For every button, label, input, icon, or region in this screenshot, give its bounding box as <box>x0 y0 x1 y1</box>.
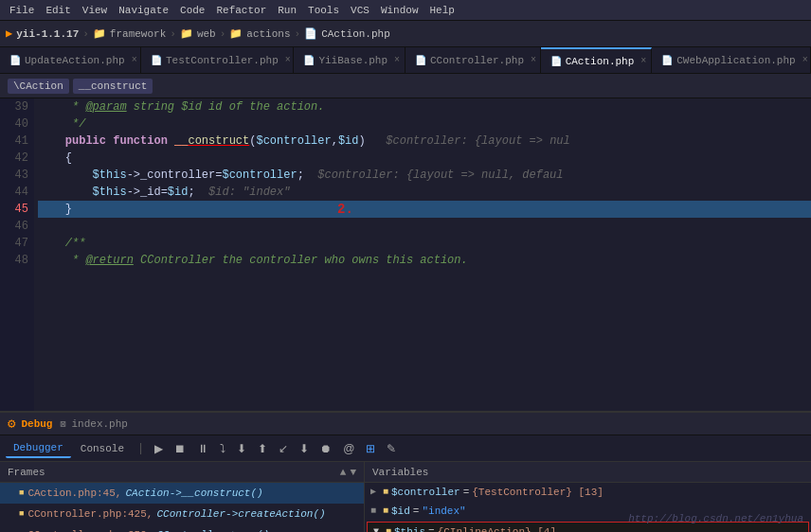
code-line-45: } 2. <box>38 201 811 218</box>
debug-at-btn[interactable]: @ <box>338 440 359 457</box>
menu-code[interactable]: Code <box>174 5 210 16</box>
frames-header: Frames ▲ ▼ <box>0 462 364 483</box>
debug-step-into-btn[interactable]: ⬇ <box>232 440 251 457</box>
var-controller[interactable]: ▶ ■ $controller = {TestController} [13] <box>365 483 811 502</box>
tab-ccontroller[interactable]: 📄 CController.php × <box>406 47 541 73</box>
title-framework[interactable]: framework <box>110 28 166 40</box>
title-caction[interactable]: CAction.php <box>321 28 390 40</box>
debug-pause-btn[interactable]: ⏸ <box>192 440 213 457</box>
title-actions[interactable]: actions <box>246 28 290 40</box>
title-sep3: › <box>220 28 226 40</box>
code-line-48: * @return CController the controller who… <box>38 252 811 269</box>
frame-item-2[interactable]: ■ CController.php:259, CController->run(… <box>0 524 364 532</box>
tab-yiibase[interactable]: 📄 YiiBase.php × <box>294 47 406 73</box>
frame-item-0[interactable]: ■ CAction.php:45, CAction->__construct() <box>0 483 364 504</box>
tab-console[interactable]: Console <box>73 440 132 457</box>
title-bar: ▶ yii-1.1.17 › 📁 framework › 📁 web › 📁 a… <box>0 21 811 47</box>
debug-body: Frames ▲ ▼ ■ CAction.php:45, CAction->__… <box>0 462 811 532</box>
code-line-41: public function __construct($controller,… <box>38 133 811 150</box>
title-web[interactable]: web <box>197 28 216 40</box>
debug-file: index.php <box>71 418 127 430</box>
breadcrumb: \CAction __construct <box>0 74 811 98</box>
expand-icon-2: ▼ <box>373 524 383 532</box>
var-icon-2: ■ <box>386 524 391 532</box>
menu-navigate[interactable]: Navigate <box>113 5 174 16</box>
menu-vcs[interactable]: VCS <box>345 5 375 16</box>
line-numbers: 39 40 41 42 43 44 45 46 47 48 <box>0 98 34 411</box>
var-icon-1: ■ <box>383 504 388 519</box>
tab-icon: 📄 <box>550 56 562 67</box>
frames-down-icon[interactable]: ▼ <box>350 467 356 478</box>
tab-icon: 📄 <box>151 55 162 66</box>
code-line-42: { <box>38 150 811 167</box>
vars-title: Variables <box>372 467 428 478</box>
frame-item-1[interactable]: ■ CController.php:425, CController->crea… <box>0 504 364 524</box>
frame-icon-2: ■ <box>19 527 24 532</box>
menu-help[interactable]: Help <box>424 5 460 16</box>
debug-icon: ⚙ <box>8 416 15 432</box>
expand-icon-1: ■ <box>370 504 380 519</box>
debug-run-cursor-btn[interactable]: ↙ <box>274 440 293 457</box>
frames-title: Frames <box>8 467 45 478</box>
menu-window[interactable]: Window <box>375 5 424 16</box>
tab-close-3[interactable]: × <box>531 55 536 65</box>
bc-construct[interactable]: __construct <box>73 79 153 94</box>
debug-watch-btn[interactable]: ⏺ <box>315 440 336 457</box>
frame-icon-1: ■ <box>19 506 24 522</box>
variables-panel: Variables ▶ ■ $controller = {TestControl… <box>365 462 811 532</box>
tab-close-5[interactable]: × <box>802 55 808 65</box>
folder-icon2: 📁 <box>180 27 193 40</box>
var-this[interactable]: ▼ ■ $this = {CInlineAction} [4] <box>368 523 808 532</box>
tab-close-0[interactable]: × <box>132 55 137 65</box>
frame-icon-0: ■ <box>19 486 24 501</box>
tab-icon: 📄 <box>303 55 315 66</box>
frames-up-icon[interactable]: ▲ <box>340 467 347 478</box>
code-line-40: */ <box>38 115 811 133</box>
debug-grid-btn[interactable]: ⊞ <box>361 440 380 457</box>
menu-refactor[interactable]: Refactor <box>210 5 272 16</box>
frames-list: ■ CAction.php:45, CAction->__construct()… <box>0 483 364 532</box>
tab-close-1[interactable]: × <box>285 55 291 65</box>
debug-title: Debug <box>21 418 52 430</box>
frames-panel: Frames ▲ ▼ ■ CAction.php:45, CAction->__… <box>0 462 365 532</box>
menu-bar: File Edit View Navigate Code Refactor Ru… <box>0 0 811 21</box>
var-icon-0: ■ <box>383 485 388 500</box>
menu-file[interactable]: File <box>4 5 40 16</box>
code-line-44: $this->_id=$id; $id: "index" <box>38 184 811 201</box>
tab-icon: 📄 <box>661 55 673 66</box>
debug-stop-btn[interactable]: ⏹ <box>170 440 190 457</box>
tab-close-4[interactable]: × <box>640 56 646 66</box>
tab-icon: 📄 <box>415 55 426 66</box>
code-line-46 <box>38 218 811 235</box>
tab-caction[interactable]: 📄 CAction.php × <box>541 47 653 73</box>
debug-step-over-btn[interactable]: ⤵ <box>215 440 230 457</box>
bc-caction[interactable]: \CAction <box>8 79 69 94</box>
tab-close-2[interactable]: × <box>394 55 400 65</box>
menu-view[interactable]: View <box>77 5 113 16</box>
title-sep2: › <box>170 28 176 40</box>
folder-icon3: 📁 <box>229 27 243 40</box>
tab-icon: 📄 <box>9 55 21 66</box>
tab-cwebapplication[interactable]: 📄 CWebApplication.php × <box>652 47 811 73</box>
debug-step-out-btn[interactable]: ⬆ <box>253 440 272 457</box>
tab-debugger[interactable]: Debugger <box>6 439 71 458</box>
menu-edit[interactable]: Edit <box>40 5 76 16</box>
menu-run[interactable]: Run <box>272 5 302 16</box>
code-content: * @param string $id id of the action. */… <box>34 98 811 411</box>
code-line-43: $this->_controller=$controller; $control… <box>38 167 811 184</box>
debug-header: ⚙ Debug ⊠ index.php <box>0 413 811 435</box>
vars-list: ▶ ■ $controller = {TestController} [13] … <box>365 483 811 532</box>
expand-icon-0: ▶ <box>370 485 380 500</box>
vars-header: Variables <box>365 462 811 483</box>
var-id[interactable]: ■ ■ $id = "index" <box>365 502 811 521</box>
menu-tools[interactable]: Tools <box>302 5 345 16</box>
code-line-47: /** <box>38 235 811 252</box>
title-sep4: › <box>295 28 301 40</box>
debug-evaluate-btn[interactable]: ⬇ <box>295 440 314 457</box>
debug-edit-btn[interactable]: ✎ <box>382 440 401 457</box>
debug-panel: ⚙ Debug ⊠ index.php Debugger Console | ▶… <box>0 411 811 532</box>
tab-testcontroller[interactable]: 📄 TestController.php × <box>141 47 294 73</box>
debug-run-btn[interactable]: ▶ <box>150 440 168 457</box>
tab-updateaction[interactable]: 📄 UpdateAction.php × <box>0 47 141 73</box>
debug-toolbar: Debugger Console | ▶ ⏹ ⏸ ⤵ ⬇ ⬆ ↙ ⬇ ⏺ @ ⊞… <box>0 435 811 462</box>
